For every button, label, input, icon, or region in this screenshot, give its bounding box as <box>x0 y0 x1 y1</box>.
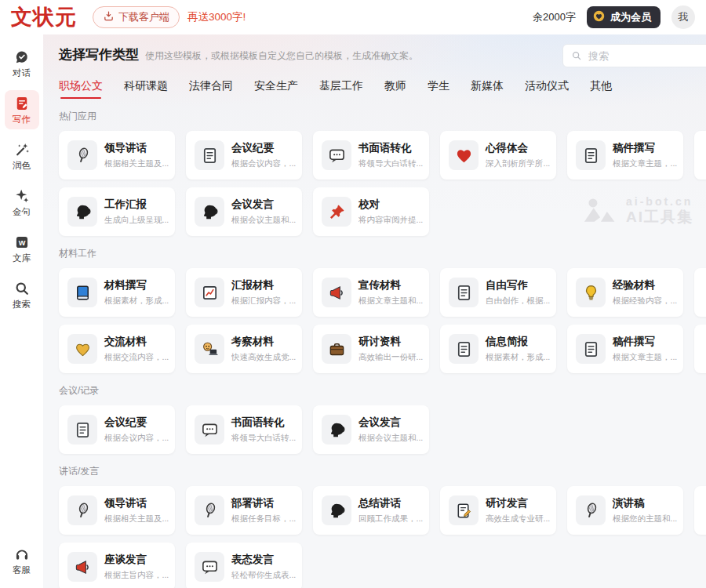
card-grid: 会议纪要 根据会议内容，... 书面语转化 将领导大白话转... 会议发言 根据… <box>59 405 706 454</box>
template-card[interactable]: 研讨资料 高效输出一份研... <box>313 325 429 373</box>
card-subtitle: 回顾工作成果，... <box>358 514 423 524</box>
template-card[interactable]: 心得体会 深入剖析所学所... <box>440 131 556 180</box>
card-title: 表态发言 <box>231 553 296 567</box>
tab-ceremony[interactable]: 活动仪式 <box>525 79 569 99</box>
card-subtitle: 根据会议内容，... <box>104 433 169 444</box>
template-card[interactable]: 经验材料 根据经验内容，... <box>567 268 683 317</box>
speak-icon <box>322 495 351 525</box>
template-card[interactable]: 表态发言 轻松帮你生成表... <box>186 543 302 588</box>
card-title: 会议发言 <box>231 198 296 212</box>
mic-icon <box>576 495 606 525</box>
card-title: 座谈发言 <box>104 553 169 567</box>
template-card[interactable]: 领导讲话 根据相关主题及... <box>59 486 175 535</box>
template-card[interactable]: 会议纪要 根据会议内容，... <box>186 131 302 180</box>
template-card[interactable]: 总结讲话 回顾工作成果，... <box>313 486 429 535</box>
card-subtitle: 深入剖析所学所... <box>486 158 550 169</box>
mic-icon <box>67 495 97 525</box>
card-title: 汇报材料 <box>231 278 296 292</box>
tab-research[interactable]: 科研课题 <box>124 79 168 99</box>
card-title: 工作汇报 <box>104 198 169 212</box>
card-title: 会议纪要 <box>231 141 296 155</box>
card-title: 经验材料 <box>613 278 677 292</box>
card-title: 交流材料 <box>104 335 169 349</box>
card-subtitle: 将内容审阅并提... <box>358 215 423 226</box>
laptop-person-icon <box>195 334 224 364</box>
template-card[interactable]: 工作汇报 生成向上级呈现... <box>59 187 175 236</box>
template-card[interactable]: 演讲稿 根据您的主题和... <box>567 486 683 535</box>
word-balance: 余2000字 <box>533 10 576 24</box>
template-card[interactable]: 会议纪要 根据会议内容，... <box>59 405 175 454</box>
tab-safety[interactable]: 安全生产 <box>254 79 298 99</box>
template-card[interactable]: 领导讲话 根据相关主题及... <box>59 131 175 180</box>
gold-heart-icon <box>67 334 97 364</box>
megaphone-icon <box>67 552 97 582</box>
avatar[interactable]: 我 <box>671 5 695 29</box>
sidebar-item-polish[interactable]: 润色 <box>5 136 39 176</box>
search-box[interactable] <box>562 44 706 67</box>
doc-icon <box>449 334 479 364</box>
sidebar-item-quotes[interactable]: 金句 <box>5 183 39 222</box>
sidebar-item-search[interactable]: 搜索 <box>5 275 39 314</box>
become-member-button[interactable]: 成为会员 <box>587 6 661 28</box>
section: 会议/记录 会议纪要 根据会议内容，... 书面语转化 将领导大白话转... 会… <box>59 384 706 454</box>
download-client-button[interactable]: 下载客户端 <box>93 6 180 28</box>
card-title: 演讲稿 <box>613 496 677 510</box>
card-subtitle: 生成向上级呈现... <box>104 215 169 226</box>
tab-newmedia[interactable]: 新媒体 <box>471 79 504 99</box>
template-card[interactable]: 汇报材料 根据汇报内容，... <box>186 268 302 317</box>
tab-other[interactable]: 其他 <box>590 79 612 99</box>
tab-legal[interactable]: 法律合同 <box>189 79 233 99</box>
template-card[interactable]: 信息简报 根据素材，形成... <box>440 325 556 373</box>
sidebar-item-chat[interactable]: 对话 <box>5 44 39 83</box>
clipped-card <box>694 325 706 373</box>
doc-icon <box>576 140 606 170</box>
card-title: 心得体会 <box>486 141 550 155</box>
template-card[interactable]: 书面语转化 将领导大白话转... <box>186 405 302 454</box>
card-title: 材料撰写 <box>104 278 169 292</box>
polish-icon <box>13 141 30 158</box>
template-card[interactable]: 材料撰写 根据素材，形成... <box>59 268 175 317</box>
template-card[interactable]: 稿件撰写 根据文章主题，... <box>567 325 683 373</box>
sidebar-item-label: 客服 <box>13 564 31 576</box>
search-input[interactable] <box>587 49 692 63</box>
become-member-label: 成为会员 <box>610 10 651 24</box>
library-icon: W <box>13 234 30 250</box>
card-title: 领导讲话 <box>104 141 169 155</box>
template-card[interactable]: 自由写作 自由创作，根据... <box>440 268 556 317</box>
template-card[interactable]: 校对 将内容审阅并提... <box>313 187 429 236</box>
sidebar-item-write[interactable]: 写作 <box>5 90 39 129</box>
card-grid: 领导讲话 根据相关主题及... 会议纪要 根据会议内容，... 书面语转化 将领… <box>59 131 706 236</box>
card-grid: 领导讲话 根据相关主题及... 部署讲话 根据任务目标，... 总结讲话 回顾工… <box>59 486 706 588</box>
main-area: 选择写作类型使用这些模板，或根据模板自定义您自己的模板，生成准确文案。 职场公文… <box>43 34 706 588</box>
chart-icon <box>195 278 224 307</box>
clipped-card <box>694 486 706 535</box>
card-title: 信息简报 <box>486 335 550 349</box>
section-label: 会议/记录 <box>59 384 706 397</box>
chat-bubble-icon <box>322 140 351 170</box>
card-subtitle: 根据会议内容，... <box>231 158 296 169</box>
template-card[interactable]: 考察材料 快速高效生成党... <box>186 325 302 373</box>
template-card[interactable]: 研讨发言 高效生成专业研... <box>440 486 556 535</box>
template-card[interactable]: 书面语转化 将领导大白话转... <box>313 131 429 180</box>
card-title: 考察材料 <box>231 335 296 349</box>
template-card[interactable]: 会议发言 根据会议主题和... <box>186 187 302 236</box>
card-subtitle: 将领导大白话转... <box>358 158 423 169</box>
template-card[interactable]: 会议发言 根据会议主题和... <box>313 405 429 454</box>
topbar: 文状元 下载客户端 再送3000字! 余2000字 成为会员 我 <box>0 0 706 34</box>
section-label: 讲话/发言 <box>59 465 706 478</box>
template-card[interactable]: 部署讲话 根据任务目标，... <box>186 486 302 535</box>
template-card[interactable]: 稿件撰写 根据文章主题，... <box>567 131 683 180</box>
tab-grassroots[interactable]: 基层工作 <box>319 79 363 99</box>
tab-student[interactable]: 学生 <box>428 79 449 99</box>
sidebar-item-support[interactable]: 客服 <box>5 541 39 580</box>
sidebar-item-library[interactable]: W 文库 <box>5 229 39 268</box>
doc-icon <box>195 140 224 170</box>
tab-teacher[interactable]: 教师 <box>384 79 406 99</box>
template-card[interactable]: 座谈发言 根据主旨内容，... <box>59 543 175 588</box>
template-card[interactable]: 宣传材料 根据文章主题和... <box>313 268 429 317</box>
card-title: 稿件撰写 <box>613 141 677 155</box>
tab-workplace[interactable]: 职场公文 <box>59 79 103 99</box>
briefcase-icon <box>322 334 351 364</box>
template-card[interactable]: 交流材料 根据交流内容，... <box>59 325 175 373</box>
clipped-card <box>694 131 706 180</box>
